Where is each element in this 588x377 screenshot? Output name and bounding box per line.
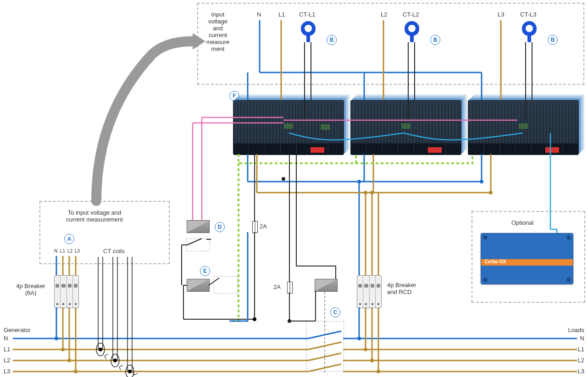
node [370,191,374,194]
node [128,370,132,373]
node [113,359,117,362]
node [364,191,367,194]
svg-marker-0 [193,33,205,50]
node [357,180,361,183]
node [61,348,65,351]
node [377,370,380,373]
node [370,359,374,362]
node [55,337,58,340]
node [253,317,256,321]
wiring-layer [0,0,588,377]
node [288,319,291,323]
node [357,337,361,340]
node [74,370,78,373]
node [282,177,285,181]
node [67,359,71,362]
node [364,348,367,351]
node [99,348,102,351]
node [480,180,483,183]
node [489,191,493,194]
